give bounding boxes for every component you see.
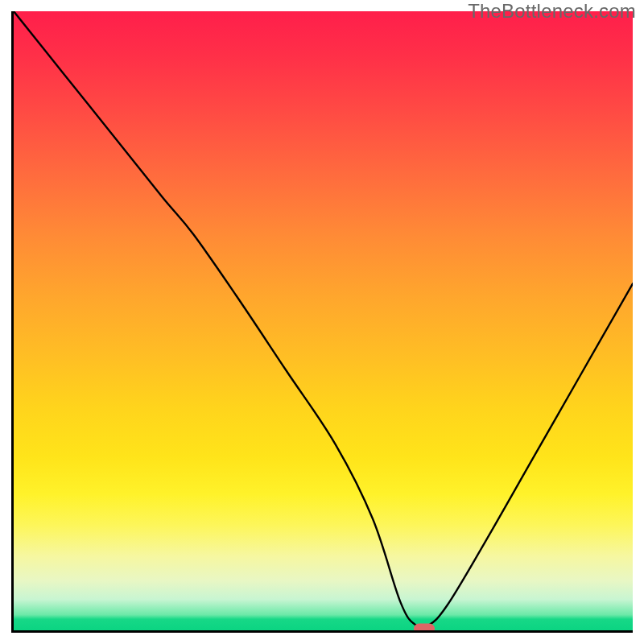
bottleneck-curve <box>14 11 633 628</box>
watermark-text: TheBottleneck.com <box>468 0 636 23</box>
curve-svg <box>14 11 633 630</box>
optimal-marker <box>414 624 435 633</box>
chart-container: TheBottleneck.com <box>0 0 644 644</box>
plot-area <box>11 11 633 633</box>
